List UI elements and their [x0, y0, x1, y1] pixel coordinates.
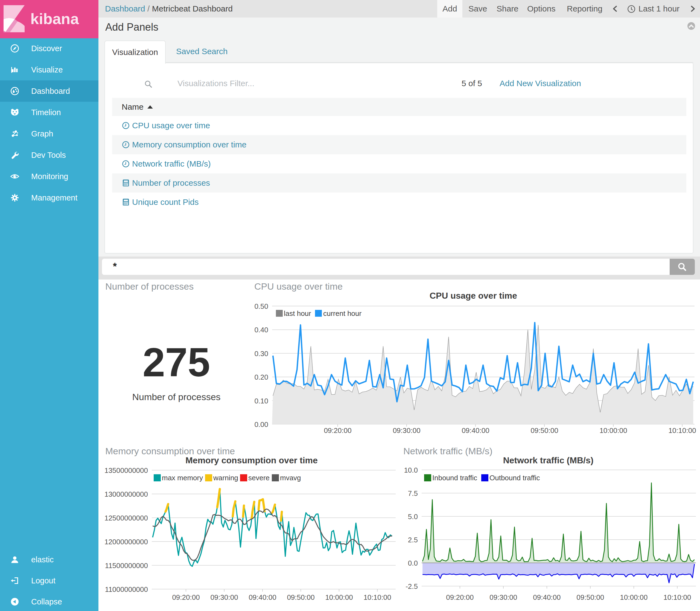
svg-text:09:40:00: 09:40:00 [248, 593, 276, 601]
svg-text:last hour: last hour [284, 309, 311, 317]
svg-text:-2.5: -2.5 [406, 582, 418, 591]
svg-text:10.0: 10.0 [404, 466, 418, 474]
svg-text:Inbound traffic: Inbound traffic [432, 474, 477, 482]
svg-text:09:30:00: 09:30:00 [489, 593, 517, 601]
svg-text:09:20:00: 09:20:00 [324, 427, 351, 435]
svg-text:10:00:00: 10:00:00 [325, 593, 353, 601]
svg-text:09:30:00: 09:30:00 [210, 593, 238, 601]
svg-text:10:00:00: 10:00:00 [599, 427, 627, 435]
svg-text:09:30:00: 09:30:00 [393, 427, 420, 435]
svg-text:09:50:00: 09:50:00 [287, 593, 315, 601]
svg-text:7.5: 7.5 [408, 489, 418, 497]
svg-text:Outbound traffic: Outbound traffic [489, 474, 540, 482]
svg-text:09:50:00: 09:50:00 [576, 593, 604, 601]
svg-text:10:10:00: 10:10:00 [668, 427, 696, 435]
svg-text:0.20: 0.20 [254, 373, 268, 381]
svg-text:current hour: current hour [323, 309, 362, 317]
svg-text:2.5: 2.5 [408, 536, 418, 544]
svg-text:09:40:00: 09:40:00 [533, 593, 561, 601]
svg-text:0.50: 0.50 [254, 302, 268, 310]
svg-text:13500000000: 13500000000 [104, 466, 148, 475]
svg-text:12500000000: 12500000000 [104, 514, 148, 522]
svg-text:13000000000: 13000000000 [104, 490, 148, 498]
svg-text:Memory consumption over time: Memory consumption over time [185, 456, 318, 465]
svg-text:11000000000: 11000000000 [105, 585, 148, 594]
svg-text:0.10: 0.10 [254, 397, 268, 405]
svg-text:12000000000: 12000000000 [104, 538, 148, 546]
svg-text:0.40: 0.40 [254, 326, 268, 334]
svg-text:10:10:00: 10:10:00 [663, 593, 691, 601]
svg-text:09:20:00: 09:20:00 [172, 593, 200, 601]
svg-text:severe: severe [248, 474, 270, 482]
svg-text:mvavg: mvavg [280, 474, 301, 482]
svg-text:09:40:00: 09:40:00 [461, 427, 489, 435]
svg-text:09:50:00: 09:50:00 [531, 427, 558, 435]
svg-text:5.0: 5.0 [408, 512, 418, 521]
svg-text:0.00: 0.00 [254, 420, 268, 429]
svg-text:Network traffic (MB/s): Network traffic (MB/s) [503, 456, 594, 465]
svg-text:10:10:00: 10:10:00 [363, 593, 391, 601]
svg-text:10:00:00: 10:00:00 [620, 593, 648, 601]
svg-text:11500000000: 11500000000 [105, 562, 148, 570]
svg-text:0.0: 0.0 [408, 559, 418, 567]
svg-text:0.30: 0.30 [254, 349, 268, 358]
svg-text:09:20:00: 09:20:00 [446, 593, 474, 601]
svg-text:warning: warning [213, 474, 238, 482]
svg-text:CPU usage over time: CPU usage over time [429, 291, 517, 301]
svg-text:max memory: max memory [162, 474, 203, 482]
